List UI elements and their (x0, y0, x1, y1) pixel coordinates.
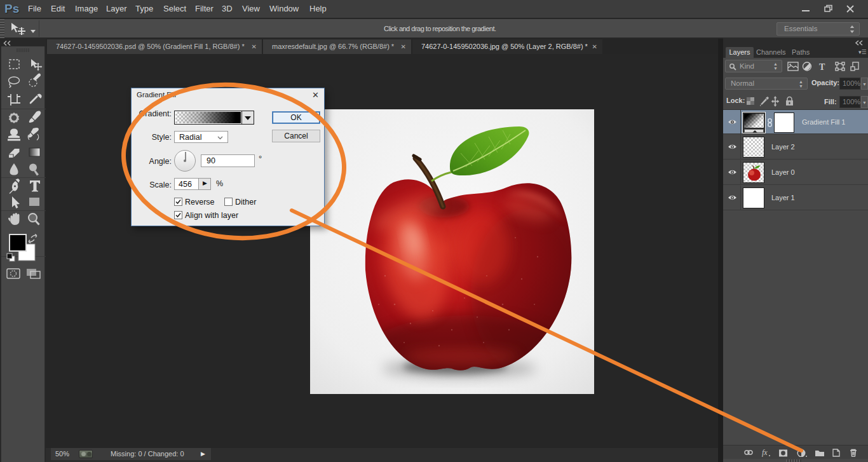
svg-text:T: T (819, 62, 825, 72)
svg-text:fx: fx (762, 448, 768, 457)
